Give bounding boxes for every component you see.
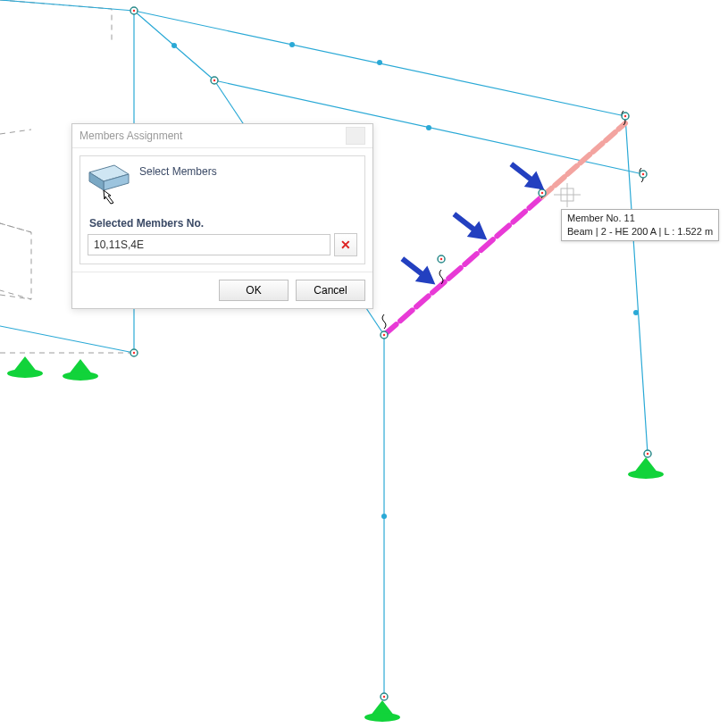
dialog-footer: OK Cancel [72, 272, 372, 308]
tooltip-title: Member No. 11 [567, 212, 713, 225]
model-viewport[interactable] [0, 0, 728, 728]
wireframe-model [0, 0, 728, 728]
member-tooltip: Member No. 11 Beam | 2 - HE 200 A | L : … [561, 209, 719, 241]
dialog-titlebar[interactable]: Members Assignment [72, 124, 372, 148]
tooltip-detail: Beam | 2 - HE 200 A | L : 1.522 m [567, 225, 713, 238]
selected-members-input[interactable] [88, 234, 331, 255]
members-assignment-dialog: Members Assignment Select Members Select… [71, 123, 373, 309]
i-beam-icon [88, 163, 130, 208]
dialog-body: Select Members Selected Members No. ✕ [79, 155, 365, 264]
clear-x-icon: ✕ [340, 238, 351, 251]
svg-line-6 [542, 123, 625, 197]
dialog-title: Members Assignment [79, 124, 182, 147]
close-icon[interactable] [346, 127, 365, 145]
cancel-button[interactable]: Cancel [296, 280, 365, 301]
selected-members-label: Selected Members No. [89, 217, 357, 230]
svg-line-5 [384, 197, 542, 335]
clear-input-button[interactable]: ✕ [334, 233, 357, 256]
select-members-label: Select Members [139, 165, 217, 178]
ok-button[interactable]: OK [219, 280, 289, 301]
